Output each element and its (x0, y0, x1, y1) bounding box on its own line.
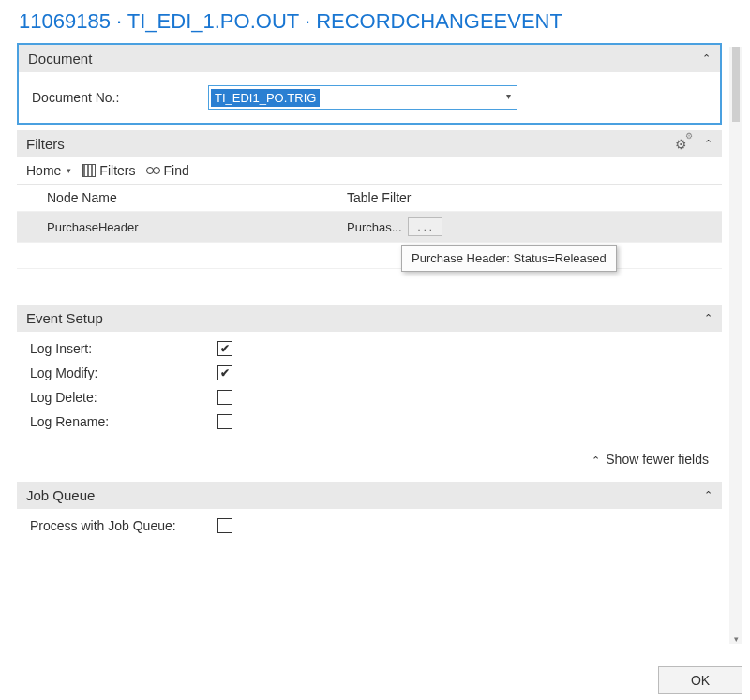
chevron-up-icon: ⌃ (592, 454, 600, 466)
lookup-button[interactable]: . . . (408, 217, 442, 236)
filters-label: Filters (99, 163, 135, 178)
scroll-down-icon: ▾ (729, 634, 742, 644)
chevron-down-icon: ▾ (67, 166, 71, 175)
show-fewer-fields[interactable]: ⌃Show fewer fields (17, 444, 722, 476)
filters-panel: Filters ⚙⚙ ⌃ Home ▾ Filters Find Node Na… (17, 130, 722, 299)
log-modify-checkbox[interactable]: ✔ (218, 365, 232, 380)
log-rename-label: Log Rename: (30, 414, 218, 429)
home-menu[interactable]: Home ▾ (26, 163, 71, 178)
job-queue-header[interactable]: Job Queue ⌃ (17, 482, 722, 509)
gear-icon[interactable]: ⚙⚙ (675, 136, 695, 152)
document-header-label: Document (28, 51, 92, 67)
log-rename-checkbox[interactable] (218, 414, 232, 429)
document-panel-header[interactable]: Document ⌃ (19, 45, 720, 72)
find-label: Find (163, 163, 188, 178)
job-queue-panel: Job Queue ⌃ Process with Job Queue: (17, 482, 722, 548)
col-table-filter[interactable]: Table Filter (347, 190, 712, 205)
find-button[interactable]: Find (146, 163, 188, 178)
doc-no-combo[interactable]: TI_EDI1_PO.TRIG ▾ (208, 85, 518, 110)
event-setup-header-label: Event Setup (26, 310, 103, 326)
chevron-up-icon: ⌃ (704, 312, 712, 324)
filters-header-label: Filters (26, 136, 65, 152)
log-insert-label: Log Insert: (30, 341, 218, 356)
filters-button[interactable]: Filters (82, 163, 135, 178)
process-job-queue-checkbox[interactable] (218, 518, 232, 533)
event-setup-header[interactable]: Event Setup ⌃ (17, 305, 722, 332)
cell-table-filter: Purchas... (347, 220, 402, 234)
event-setup-panel: Event Setup ⌃ Log Insert: ✔ Log Modify: … (17, 305, 722, 476)
doc-no-label: Document No.: (32, 90, 201, 105)
filters-toolbar: Home ▾ Filters Find (17, 157, 722, 184)
chevron-up-icon: ⌃ (704, 138, 712, 150)
doc-no-value: TI_EDI1_PO.TRIG (211, 89, 320, 107)
filters-panel-header[interactable]: Filters ⚙⚙ ⌃ (17, 130, 722, 157)
show-fewer-label: Show fewer fields (606, 452, 709, 467)
tooltip: Purchase Header: Status=Released (401, 245, 617, 272)
job-queue-header-label: Job Queue (26, 487, 95, 503)
chevron-down-icon: ▾ (506, 91, 511, 101)
grid-icon (82, 164, 96, 177)
table-row[interactable]: PurchaseHeader Purchas... . . . (17, 212, 722, 243)
process-job-queue-label: Process with Job Queue: (30, 518, 218, 533)
log-delete-checkbox[interactable] (218, 390, 232, 405)
col-node-name[interactable]: Node Name (47, 190, 347, 205)
vertical-scrollbar[interactable]: ▾ (729, 47, 742, 644)
log-modify-label: Log Modify: (30, 365, 218, 380)
grid-blank-row (17, 269, 722, 299)
cell-node-name: PurchaseHeader (47, 220, 347, 234)
log-insert-checkbox[interactable]: ✔ (218, 341, 232, 356)
ok-button[interactable]: OK (658, 666, 742, 694)
log-delete-label: Log Delete: (30, 390, 218, 405)
document-panel: Document ⌃ Document No.: TI_EDI1_PO.TRIG… (17, 43, 722, 125)
chevron-up-icon: ⌃ (702, 52, 711, 65)
home-label: Home (26, 163, 61, 178)
chevron-up-icon: ⌃ (704, 489, 712, 501)
page-title: 11069185 · TI_EDI_1.PO.OUT · RECORDCHANG… (0, 0, 750, 37)
binoculars-icon (146, 164, 159, 177)
filters-grid: Node Name Table Filter PurchaseHeader Pu… (17, 184, 722, 299)
grid-header-row: Node Name Table Filter (17, 185, 722, 212)
